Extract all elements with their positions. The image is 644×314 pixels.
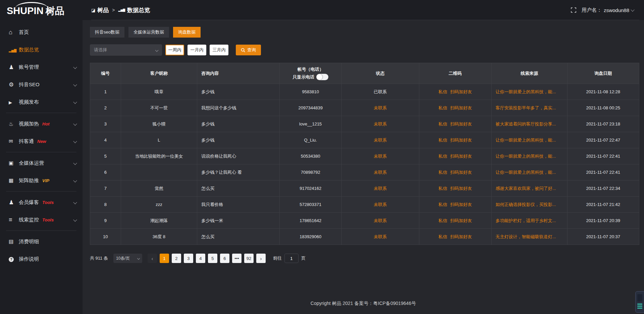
phone-only-toggle[interactable]: [316, 74, 328, 80]
cell-account: 572803371: [279, 197, 341, 213]
private-message-link[interactable]: 私信: [438, 121, 447, 126]
sidebar-item[interactable]: 视频发布: [0, 93, 83, 111]
breadcrumb-root[interactable]: 树品: [97, 6, 109, 14]
chevron-down-icon: [631, 8, 634, 11]
scan-add-friend-link[interactable]: 扫码加好友: [450, 170, 472, 175]
table-row: 6 多少钱？让我死心 看 70898792 未联系 私信 扫码加好友 让你一眼就…: [90, 164, 639, 180]
chevron-down-icon: [137, 257, 140, 260]
brand-name-cn: 树品: [46, 6, 64, 16]
cell-nickname: 狐小狸: [121, 116, 197, 132]
prev-page-button[interactable]: ‹: [148, 254, 157, 263]
top-bar: ◪ 树品 > ▂▅▇ 数据总览 用户名：zswodun88: [83, 0, 644, 20]
sidebar-item[interactable]: 账号管理: [0, 58, 83, 76]
sidebar-item[interactable]: 矩阵助推 VIP: [0, 172, 83, 189]
date-range-button[interactable]: 三月内: [210, 45, 228, 55]
page-button[interactable]: 4: [196, 254, 205, 263]
page-button[interactable]: 1: [160, 254, 169, 263]
page-button[interactable]: 5: [208, 254, 217, 263]
cell-nickname: L: [121, 132, 197, 148]
sidebar-item-icon: [9, 199, 19, 206]
page-button[interactable]: •••: [232, 254, 241, 263]
scan-add-friend-link[interactable]: 扫码加好友: [450, 234, 472, 239]
col-date: 询盘日期: [567, 63, 639, 84]
private-message-link[interactable]: 私信: [438, 234, 447, 239]
table-row: 10 36度 8 怎么买 183929060 未联系 私信 扫码加好友 无主灯设…: [90, 229, 639, 245]
sidebar-item[interactable]: 线索监控 Tools: [0, 211, 83, 228]
sidebar-item[interactable]: 全媒体运营: [0, 154, 83, 172]
query-button[interactable]: 查询: [236, 45, 261, 55]
private-message-link[interactable]: 私信: [438, 218, 447, 223]
table-row: 7 觉然 怎么买 917024162 未联系 私信 扫码加好友 感谢大家喜欢我家…: [90, 180, 639, 197]
private-message-link[interactable]: 私信: [438, 138, 447, 143]
scan-add-friend-link[interactable]: 扫码加好友: [450, 138, 472, 143]
private-message-link[interactable]: 私信: [438, 202, 447, 207]
data-tab[interactable]: 全媒体运营数据: [128, 27, 169, 38]
cell-source[interactable]: 让你一眼就爱上的黑科技，能...: [491, 132, 567, 148]
sidebar-item[interactable]: 数据总览: [0, 41, 83, 58]
sidebar-item-badge: Hot: [42, 121, 50, 126]
page-button[interactable]: 3: [184, 254, 193, 263]
floating-widget[interactable]: [635, 291, 644, 313]
scan-add-friend-link[interactable]: 扫码加好友: [450, 89, 472, 94]
date-range-button[interactable]: 一月内: [187, 45, 206, 55]
sidebar-item[interactable]: 视频加热 Hot: [0, 115, 83, 133]
cell-account: 917024162: [279, 180, 341, 197]
data-tab[interactable]: 抖音seo数据: [90, 27, 124, 38]
sidebar-item[interactable]: 抖客通 New: [0, 133, 83, 150]
data-tab[interactable]: 询盘数据: [173, 27, 201, 38]
sidebar-divider: [6, 230, 76, 231]
private-message-link[interactable]: 私信: [438, 186, 447, 191]
sidebar: SHUPIN 树品 首页 数据总览 账号管理: [0, 0, 83, 314]
chevron-down-icon: [73, 139, 77, 143]
sidebar-item[interactable]: 抖音SEO: [0, 76, 83, 93]
scan-add-friend-link[interactable]: 扫码加好友: [450, 121, 472, 126]
cell-source[interactable]: 如何正确选择投影仪，买投影...: [491, 197, 567, 213]
cell-source[interactable]: 感谢大家喜欢我家，被问了好...: [491, 180, 567, 197]
user-menu[interactable]: 用户名：zswodun88: [582, 7, 634, 13]
col-source: 线索来源: [491, 63, 567, 84]
cell-source[interactable]: 让你一眼就爱上的黑科技，能...: [491, 148, 567, 164]
main-area: ◪ 树品 > ▂▅▇ 数据总览 用户名：zswodun88 抖音seo数据 全媒…: [83, 0, 644, 314]
next-page-button[interactable]: ›: [256, 254, 266, 263]
cell-num: 3: [90, 116, 121, 132]
private-message-link[interactable]: 私信: [438, 170, 447, 175]
fullscreen-icon[interactable]: [571, 7, 576, 13]
sidebar-item[interactable]: 操作说明: [0, 250, 83, 268]
scan-add-friend-link[interactable]: 扫码加好友: [450, 218, 472, 223]
cell-nickname: 当地比较能吃的一位美女: [121, 148, 197, 164]
page-size-select[interactable]: 10条/页: [113, 254, 142, 263]
date-range-button[interactable]: 一周内: [165, 45, 184, 55]
table-row: 5 当地比较能吃的一位美女 说说价格让我死心 50534380 未联系 私信 扫…: [90, 148, 639, 164]
app-logo: SHUPIN 树品: [0, 0, 83, 19]
cell-source[interactable]: 客厅安装投影半年多了，真实...: [491, 100, 567, 116]
scan-add-friend-link[interactable]: 扫码加好友: [450, 202, 472, 207]
goto-page-input[interactable]: [284, 254, 299, 263]
private-message-link[interactable]: 私信: [438, 105, 447, 110]
scan-add-friend-link[interactable]: 扫码加好友: [450, 154, 472, 159]
sidebar-item-label: 视频发布: [19, 99, 39, 105]
cell-source[interactable]: 无主灯设计，智能磁吸轨道灯...: [491, 229, 567, 245]
cell-content: 说说价格让我死心: [197, 148, 280, 164]
sidebar-item-label: 会员爆客: [19, 199, 39, 206]
cell-source[interactable]: 被大家追着问的客厅投影分享...: [491, 116, 567, 132]
private-message-link[interactable]: 私信: [438, 89, 447, 94]
sidebar-item[interactable]: 会员爆客 Tools: [0, 194, 83, 211]
page-button[interactable]: 2: [172, 254, 181, 263]
page-button[interactable]: 6: [220, 254, 229, 263]
logo-arc: [15, 2, 48, 8]
cell-source[interactable]: 多功能护栏灯，适用于乡村文...: [491, 213, 567, 229]
cell-source[interactable]: 让你一眼就爱上的黑科技，能...: [491, 164, 567, 180]
page-button[interactable]: 92: [244, 254, 254, 263]
scan-add-friend-link[interactable]: 扫码加好友: [450, 186, 472, 191]
sidebar-item[interactable]: 首页: [0, 23, 83, 41]
scan-add-friend-link[interactable]: 扫码加好友: [450, 105, 472, 110]
sidebar-item-icon: [9, 81, 19, 88]
cell-num: 7: [90, 180, 121, 197]
cell-account: Q_Liu.: [279, 132, 341, 148]
cell-source[interactable]: 让你一眼就爱上的黑科技，能...: [491, 84, 567, 100]
sidebar-item-icon: [9, 216, 19, 223]
private-message-link[interactable]: 私信: [438, 154, 447, 159]
filter-select[interactable]: 请选择: [90, 44, 162, 56]
sidebar-item[interactable]: 消费明细: [0, 233, 83, 250]
col-qr: 二维码: [419, 63, 491, 84]
